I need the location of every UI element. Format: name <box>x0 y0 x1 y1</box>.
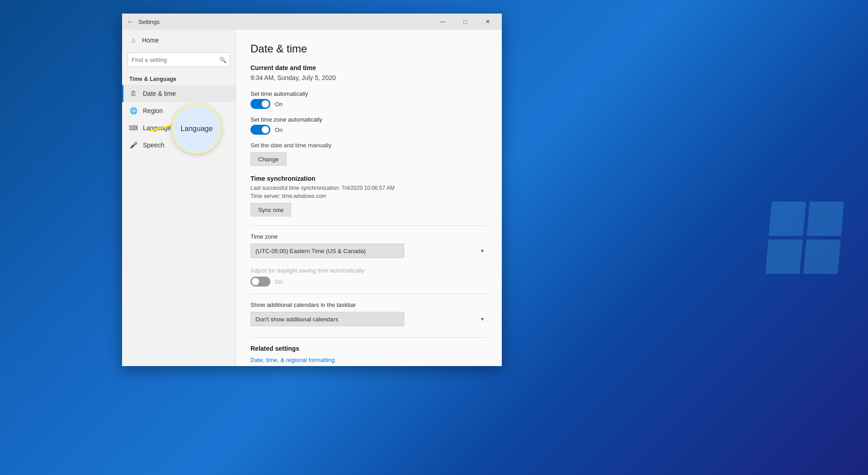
sidebar-section-label: Time & Language <box>122 72 236 85</box>
timezone-select-wrapper: (UTC-05:00) Eastern Time (US & Canada) ▾ <box>250 244 487 258</box>
title-bar-left: ← Settings <box>126 17 160 26</box>
sync-section: Time synchronization Last successful tim… <box>250 175 487 216</box>
search-icon: 🔍 <box>219 56 226 63</box>
window-body: ⌂ Home 🔍 Time & Language 🗓 Date & time 🌐… <box>122 30 502 366</box>
set-timezone-auto-toggle[interactable] <box>250 125 270 135</box>
minimize-button[interactable]: — <box>432 14 453 29</box>
sidebar-search-container: 🔍 <box>127 52 230 67</box>
dst-toggle-thumb <box>252 278 259 285</box>
sidebar-item-region-label: Region <box>143 107 163 114</box>
calendar-label: Show additional calendars in the taskbar <box>250 301 487 308</box>
sidebar-item-language[interactable]: ⌨ Language <box>122 119 236 136</box>
divider-3 <box>250 337 487 338</box>
timezone-chevron-icon: ▾ <box>481 248 484 254</box>
sync-subtitle: Last successful time synchronization: 7/… <box>250 185 487 191</box>
set-timezone-auto-row: On <box>250 125 487 135</box>
sidebar-item-date-time-label: Date & time <box>143 90 176 97</box>
maximize-button[interactable]: □ <box>455 14 476 29</box>
window-controls: — □ ✕ <box>432 14 498 29</box>
set-time-auto-toggle[interactable] <box>250 99 270 109</box>
set-timezone-auto-label: Set time zone automatically <box>250 116 487 123</box>
sidebar-home[interactable]: ⌂ Home <box>122 30 236 51</box>
sync-now-button[interactable]: Sync now <box>250 203 291 216</box>
close-button[interactable]: ✕ <box>477 14 498 29</box>
title-bar: ← Settings — □ ✕ <box>122 14 502 30</box>
dst-toggle[interactable] <box>250 277 270 287</box>
related-title: Related settings <box>250 345 487 352</box>
sidebar-item-speech-label: Speech <box>143 141 164 149</box>
region-icon: 🌐 <box>129 107 137 115</box>
dst-section: Adjust for daylight saving time automati… <box>250 267 487 287</box>
calendar-select-wrapper: Don't show additional calendars ▾ <box>250 312 487 326</box>
change-button[interactable]: Change <box>250 152 287 166</box>
calendar-chevron-icon: ▾ <box>481 316 484 322</box>
timezone-select[interactable]: (UTC-05:00) Eastern Time (US & Canada) <box>250 244 404 258</box>
divider-2 <box>250 294 487 294</box>
sidebar-item-language-label: Language <box>143 124 171 132</box>
related-settings: Related settings Date, time, & regional … <box>250 345 487 366</box>
set-timezone-auto-thumb <box>262 126 269 133</box>
calendar-select[interactable]: Don't show additional calendars <box>250 312 404 326</box>
page-title: Date & time <box>250 42 487 55</box>
related-link-formatting[interactable]: Date, time, & regional formatting <box>250 357 487 363</box>
language-nav-icon: ⌨ <box>129 124 137 132</box>
main-content: Date & time Current date and time 9:34 A… <box>236 30 502 366</box>
set-time-auto-thumb <box>262 100 269 108</box>
speech-icon: 🎤 <box>129 141 137 149</box>
sidebar-home-label: Home <box>142 37 159 44</box>
set-timezone-auto-status: On <box>275 127 283 133</box>
dst-status: On <box>275 278 283 285</box>
sidebar: ⌂ Home 🔍 Time & Language 🗓 Date & time 🌐… <box>122 30 236 366</box>
settings-window: ← Settings — □ ✕ ⌂ Home 🔍 Time & Languag… <box>122 14 502 366</box>
back-button[interactable]: ← <box>126 17 135 26</box>
current-date-label: Current date and time <box>250 64 487 71</box>
dst-label: Adjust for daylight saving time automati… <box>250 267 487 274</box>
current-date-value: 9:34 AM, Sunday, July 5, 2020 <box>250 74 487 81</box>
manual-label: Set the date and time manually <box>250 142 487 149</box>
calendar-section: Show additional calendars in the taskbar… <box>250 301 487 326</box>
sidebar-item-date-time[interactable]: 🗓 Date & time <box>122 85 236 102</box>
calendar-icon: 🗓 <box>129 89 137 98</box>
sidebar-item-region[interactable]: 🌐 Region <box>122 102 236 119</box>
sync-server: Time server: time.windows.com <box>250 193 487 199</box>
window-title: Settings <box>138 19 160 25</box>
home-icon: ⌂ <box>129 36 137 44</box>
set-time-auto-status: On <box>275 101 283 108</box>
divider-1 <box>250 226 487 226</box>
set-time-auto-row: On <box>250 99 487 109</box>
timezone-label: Time zone <box>250 233 487 240</box>
dst-toggle-row: On <box>250 277 487 287</box>
search-input[interactable] <box>127 52 230 67</box>
sync-label: Time synchronization <box>250 175 487 182</box>
set-time-auto-label: Set time automatically <box>250 90 487 97</box>
sidebar-item-speech[interactable]: 🎤 Speech <box>122 136 236 154</box>
